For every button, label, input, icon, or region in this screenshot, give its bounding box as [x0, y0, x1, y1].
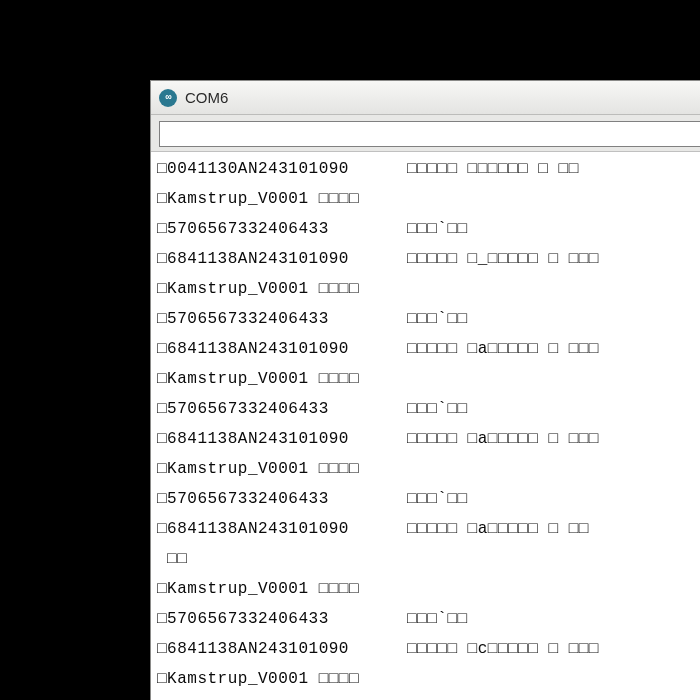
console-line: □5706567332406433□□□`□□	[157, 304, 700, 334]
console-col2: □□□`□□	[407, 214, 468, 244]
serial-output[interactable]: □0041130AN243101090□□□□□ □□□□□□ □ □□□Kam…	[151, 151, 700, 700]
console-col2: □□□□□ □c□□□□□ □ □□□	[407, 634, 599, 664]
console-col1: □Kamstrup_V0001 □□□□	[157, 664, 407, 694]
console-col2: □□□□□ □a□□□□□ □ □□□	[407, 334, 599, 364]
console-col1: □5706567332406433	[157, 484, 407, 514]
send-input[interactable]	[159, 121, 700, 147]
console-col1: □5706567332406433	[157, 694, 407, 700]
console-col1: □Kamstrup_V0001 □□□□	[157, 574, 407, 604]
console-col1: □0041130AN243101090	[157, 154, 407, 184]
console-col1: □6841138AN243101090	[157, 244, 407, 274]
console-col1: □5706567332406433	[157, 604, 407, 634]
console-col1: □6841138AN243101090	[157, 334, 407, 364]
window-title: COM6	[185, 89, 228, 106]
send-row	[151, 115, 700, 151]
console-col2: □□□□□ □a□□□□□ □ □□□	[407, 424, 599, 454]
console-line: □Kamstrup_V0001 □□□□	[157, 664, 700, 694]
console-col2: □□□`□□	[407, 604, 468, 634]
console-col1: □Kamstrup_V0001 □□□□	[157, 274, 407, 304]
console-line: □Kamstrup_V0001 □□□□	[157, 274, 700, 304]
console-col1: □5706567332406433	[157, 394, 407, 424]
console-line: □6841138AN243101090□□□□□ □a□□□□□ □ □□□	[157, 334, 700, 364]
console-col1: □6841138AN243101090	[157, 514, 407, 544]
console-col1: □6841138AN243101090	[157, 634, 407, 664]
console-col2: □□□`□□	[407, 394, 468, 424]
console-line: □5706567332406433□□□`□□	[157, 394, 700, 424]
console-line: □□	[157, 544, 700, 574]
console-col1: □Kamstrup_V0001 □□□□	[157, 364, 407, 394]
console-col1: □5706567332406433	[157, 214, 407, 244]
console-line: □0041130AN243101090□□□□□ □□□□□□ □ □□	[157, 154, 700, 184]
console-col1: □5706567332406433	[157, 304, 407, 334]
serial-monitor-window: ∞ COM6 □0041130AN243101090□□□□□ □□□□□□ □…	[150, 80, 700, 700]
console-col2: □□□□□ □_□□□□□ □ □□□	[407, 244, 599, 274]
arduino-icon: ∞	[159, 89, 177, 107]
console-line: □5706567332406433□□□`□□	[157, 484, 700, 514]
console-line: □6841138AN243101090□□□□□ □a□□□□□ □ □□	[157, 514, 700, 544]
console-col2: □□□□□ □a□□□□□ □ □□	[407, 514, 589, 544]
console-col2: □□□□□ □□□□□□ □ □□	[407, 154, 579, 184]
console-line: □Kamstrup_V0001 □□□□	[157, 184, 700, 214]
console-col1: □□	[157, 544, 407, 574]
console-col2: □□□`□□	[407, 484, 468, 514]
console-col1: □6841138AN243101090	[157, 424, 407, 454]
console-col1: □Kamstrup_V0001 □□□□	[157, 454, 407, 484]
console-col1: □Kamstrup_V0001 □□□□	[157, 184, 407, 214]
console-col2: □□□`□□	[407, 304, 468, 334]
titlebar: ∞ COM6	[151, 81, 700, 115]
console-line: □Kamstrup_V0001 □□□□	[157, 574, 700, 604]
console-line: □Kamstrup_V0001 □□□□	[157, 364, 700, 394]
console-line: □Kamstrup_V0001 □□□□	[157, 454, 700, 484]
console-line: □6841138AN243101090□□□□□ □c□□□□□ □ □□□	[157, 634, 700, 664]
console-line: □5706567332406433□□□`□□	[157, 214, 700, 244]
console-line: □5706567332406433□□□`□□	[157, 604, 700, 634]
console-line: □6841138AN243101090□□□□□ □a□□□□□ □ □□□	[157, 424, 700, 454]
console-line: □5706567332406433	[157, 694, 700, 700]
console-line: □6841138AN243101090□□□□□ □_□□□□□ □ □□□	[157, 244, 700, 274]
